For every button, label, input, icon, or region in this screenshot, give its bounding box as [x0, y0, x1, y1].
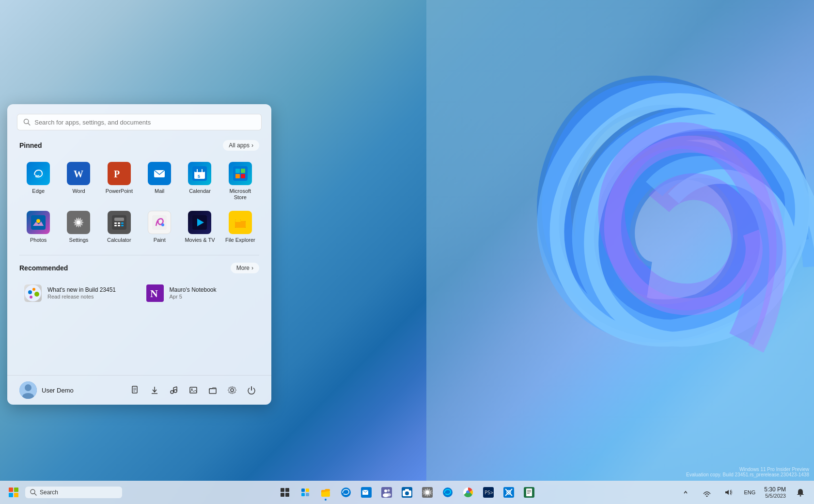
taskbar-chrome[interactable] — [458, 483, 478, 502]
app-item-microsoft-store[interactable]: Microsoft Store — [221, 158, 259, 205]
app-item-movies[interactable]: Movies & TV — [181, 207, 219, 247]
app-item-mail[interactable]: Mail — [141, 158, 178, 205]
recommended-title: Recommended — [19, 264, 68, 272]
taskbar-camera[interactable] — [397, 483, 417, 502]
svg-line-2 — [28, 123, 30, 125]
store-label: Microsoft Store — [224, 188, 257, 201]
svg-line-68 — [34, 493, 36, 495]
files-button[interactable] — [205, 382, 220, 398]
app-item-file-explorer[interactable]: File Explorer — [221, 207, 259, 247]
powerpoint-icon: P — [108, 162, 131, 185]
tray-expand[interactable] — [676, 483, 695, 502]
svg-rect-12 — [194, 169, 205, 172]
settings-label: Settings — [69, 237, 89, 243]
recommended-header: Recommended More › — [19, 263, 259, 273]
music-button[interactable] — [166, 382, 182, 398]
photos-icon — [27, 211, 50, 234]
taskbar-teams[interactable] — [377, 483, 396, 502]
taskbar-widgets[interactable] — [296, 483, 315, 502]
divider — [19, 255, 259, 255]
svg-point-45 — [34, 292, 39, 297]
svg-rect-71 — [281, 493, 284, 497]
movies-icon — [188, 211, 211, 234]
calculator-icon — [108, 211, 131, 234]
app-item-powerpoint[interactable]: P PowerPoint — [100, 158, 138, 205]
edge-label: Edge — [32, 188, 45, 194]
pinned-title: Pinned — [19, 142, 42, 149]
taskbar-search[interactable]: Search — [25, 487, 122, 498]
start-button[interactable] — [4, 483, 23, 502]
svg-point-107 — [800, 495, 801, 497]
taskbar-center-icons: PS> — [275, 483, 539, 502]
calendar-label: Calendar — [189, 188, 211, 194]
svg-point-62 — [174, 390, 177, 393]
rec-info-build: What's new in Build 23451 Read release n… — [47, 286, 116, 299]
svg-rect-41 — [235, 220, 241, 222]
app-item-paint[interactable]: Paint — [141, 207, 178, 247]
taskbar-edge-pinned[interactable] — [336, 483, 356, 502]
svg-point-44 — [32, 288, 35, 291]
paint-icon — [148, 211, 171, 234]
app-item-photos[interactable]: Photos — [19, 207, 57, 247]
network-icon[interactable] — [697, 483, 717, 502]
user-name: User Demo — [42, 387, 74, 394]
svg-rect-74 — [306, 488, 309, 492]
taskbar-settings-pinned[interactable] — [418, 483, 437, 502]
app-item-settings[interactable]: Settings — [60, 207, 97, 247]
search-icon — [23, 118, 31, 126]
edge-icon — [27, 162, 50, 185]
documents-button[interactable] — [127, 382, 143, 398]
all-apps-button[interactable]: All apps › — [223, 140, 259, 151]
taskbar-notebook[interactable] — [519, 483, 539, 502]
recommended-items: What's new in Build 23451 Read release n… — [19, 281, 259, 306]
svg-rect-102 — [526, 488, 532, 496]
clock[interactable]: 5:30 PM 5/5/2023 — [761, 484, 789, 501]
rec-info-notebook: Mauro's Notebook Apr 5 — [170, 286, 217, 299]
user-actions — [127, 382, 259, 398]
start-menu: Pinned All apps › — [7, 104, 271, 405]
mail-label: Mail — [155, 188, 164, 194]
language-indicator[interactable]: ENG — [740, 483, 759, 502]
search-icon — [30, 489, 37, 496]
settings-icon — [67, 211, 90, 234]
user-info[interactable]: User Demo — [19, 381, 74, 399]
build-icon — [24, 284, 42, 302]
more-button[interactable]: More › — [231, 263, 259, 273]
taskbar-edge-2[interactable] — [438, 483, 457, 502]
app-item-calendar[interactable]: 5 Calendar — [181, 158, 219, 205]
notification-button[interactable] — [791, 483, 810, 502]
svg-rect-69 — [281, 488, 284, 492]
clock-time: 5:30 PM — [764, 486, 786, 493]
app-item-edge[interactable]: Edge — [19, 158, 57, 205]
taskbar: Search — [0, 481, 814, 504]
downloads-button[interactable] — [147, 382, 162, 398]
chevron-right-icon: › — [251, 142, 253, 149]
calendar-icon: 5 — [188, 162, 211, 185]
taskbar-file-explorer[interactable] — [316, 483, 335, 502]
desktop-wallpaper — [204, 0, 814, 504]
app-item-word[interactable]: W Word — [60, 158, 97, 205]
svg-rect-75 — [301, 493, 305, 496]
taskbar-terminal[interactable]: PS> — [479, 483, 498, 502]
start-search-bar[interactable] — [17, 114, 262, 130]
power-button[interactable] — [244, 382, 259, 398]
rec-item-notebook[interactable]: N Mauro's Notebook Apr 5 — [141, 281, 260, 306]
svg-point-88 — [405, 491, 409, 495]
rec-item-build[interactable]: What's new in Build 23451 Read release n… — [19, 281, 138, 306]
taskbar-outlook[interactable] — [357, 483, 376, 502]
photos-label: Photos — [30, 237, 47, 243]
svg-rect-28 — [118, 222, 120, 224]
taskbar-task-view[interactable] — [275, 483, 295, 502]
svg-rect-17 — [235, 169, 240, 173]
svg-rect-30 — [114, 225, 117, 226]
volume-icon[interactable] — [719, 483, 738, 502]
svg-rect-27 — [114, 222, 117, 224]
svg-point-22 — [36, 219, 40, 223]
search-input[interactable] — [34, 119, 255, 126]
taskbar-snip[interactable] — [499, 483, 518, 502]
pictures-button[interactable] — [186, 382, 201, 398]
svg-text:P: P — [114, 169, 120, 179]
settings-action-button[interactable] — [224, 382, 240, 398]
app-item-calculator[interactable]: Calculator — [100, 207, 138, 247]
svg-text:W: W — [74, 169, 83, 179]
